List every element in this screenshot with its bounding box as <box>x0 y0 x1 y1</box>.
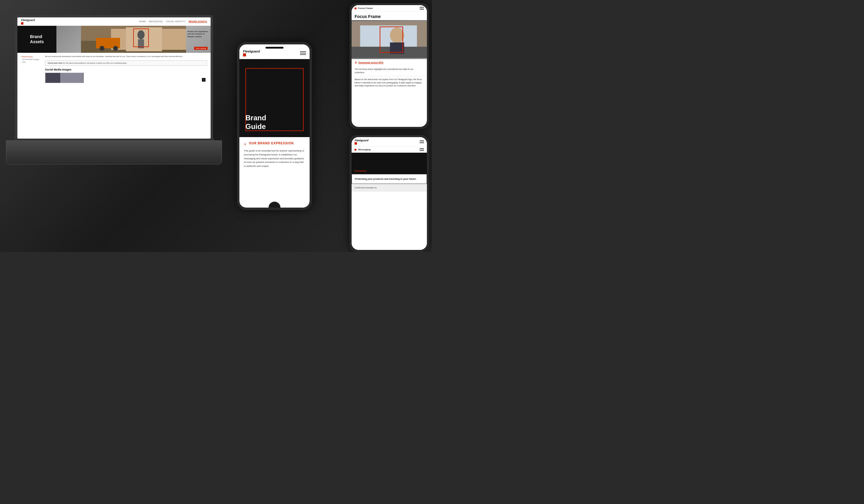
phone-right-top-download-text[interactable]: Download vector EPS <box>359 61 383 64</box>
nav-brand-assets[interactable]: BRAND ASSETS <box>189 21 207 23</box>
phone-right-top-nav-label: Focus Frame <box>358 7 373 10</box>
website-section-title: Social Media Images <box>45 68 207 71</box>
website-hero-image <box>56 26 211 53</box>
website-logo-square <box>21 22 23 25</box>
phone-right-top-status-left: Focus Frame <box>355 7 373 10</box>
phone-right-bottom-section-bar: Messaging <box>352 147 427 153</box>
phone-right-bottom-section-label: Messaging <box>358 148 371 151</box>
website-social-section: Fleetguard + <box>45 73 207 83</box>
phone-right-bottom-innovation-bar: Innovation <box>352 168 427 174</box>
phone-right-top-header-title: Focus Frame <box>355 14 424 19</box>
svg-point-4 <box>137 30 145 39</box>
phone-right-bottom-innovation-label: Innovation <box>355 169 424 172</box>
phone-center-logo-text: Fleetguard <box>243 50 260 53</box>
phone-right-top-content-image <box>352 20 427 59</box>
phone-right-top-image-svg <box>352 20 427 59</box>
phone-center-hamburger[interactable] <box>300 51 306 55</box>
phone-center-device: Fleetguard BrandGuide <box>237 42 312 210</box>
website-hero: BrandAssets <box>17 26 211 53</box>
phone-center-hero-title: BrandGuide <box>245 114 266 131</box>
phone-right-bottom-white-box: Protecting your products and investing i… <box>352 174 427 184</box>
phone-right-top-desc2: Based on the well-known red square from … <box>352 76 427 89</box>
nav-home[interactable]: HOME <box>139 21 146 23</box>
phone-right-top-download[interactable]: ⬇ Download vector EPS <box>352 59 427 66</box>
phone-right-bottom-logo-square <box>355 142 357 145</box>
phone-right-bottom-continued-text: Continued innovation to <box>355 186 424 189</box>
sidebar-ads[interactable]: ○ Ads <box>21 61 42 63</box>
phone-center-body-text: This guide is an essential tool for anyo… <box>244 149 305 168</box>
phone-right-bottom-body: Fleetguard Messaging <box>349 135 429 252</box>
phone-center-logo-square <box>243 53 246 56</box>
website-hero-ad-text: Protect your equipmentwith the certainty… <box>188 30 208 38</box>
phone-right-top-desc1-text: The red focus frame highlights the commi… <box>355 68 424 74</box>
phone-center-notch <box>265 47 284 49</box>
website-social-image: Fleetguard <box>45 73 84 83</box>
social-img-svg <box>45 73 84 83</box>
phone-right-top-screen: Focus Frame Focus Frame <box>352 5 427 127</box>
laptop-base <box>6 141 222 165</box>
website-hero-right: Protect your equipmentwith the certainty… <box>56 26 211 53</box>
website-callout: Check back often for the latest brand gu… <box>45 60 207 66</box>
phone-center-screen: Fleetguard BrandGuide <box>239 45 310 208</box>
phone-right-bottom-logo: Fleetguard <box>355 139 368 145</box>
website-logo: Fleetguard <box>21 19 35 25</box>
website-hero-title: BrandAssets <box>30 34 44 45</box>
website-body-text: We are continuously developing customiza… <box>45 55 207 58</box>
website-nav-links[interactable]: HOME MESSAGING VISUAL IDENTITY BRAND ASS… <box>139 21 207 23</box>
svg-rect-11 <box>46 73 60 83</box>
website-body: • Brand Assets ○ Social Media Images ○ A… <box>17 53 211 85</box>
phone-right-bottom-nav: Fleetguard <box>352 137 427 147</box>
phone-right-bottom-box-text: Protecting your products and investing i… <box>355 177 424 181</box>
phone-right-bottom-red-dot <box>355 149 357 151</box>
sidebar-social-media[interactable]: ○ Social Media Images <box>21 59 42 60</box>
phone-right-top-body: Focus Frame Focus Frame <box>349 3 429 129</box>
phone-center-section: + OUR BRAND EXPRESSION This guide is an … <box>239 137 310 173</box>
phone-right-bottom-section-hamburger[interactable] <box>420 148 424 151</box>
phone-right-bottom-continued: Continued innovation to <box>352 184 427 192</box>
phone-right-top-desc2-text: Based on the well-known red square from … <box>355 78 424 88</box>
laptop-screen-inner: Fleetguard HOME MESSAGING VISUAL IDENTIT… <box>17 17 211 139</box>
phone-right-bottom-hero <box>352 153 427 168</box>
phone-center-section-header: + OUR BRAND EXPRESSION <box>244 142 305 147</box>
website-hero-ad-btn[interactable]: Keep it going ▶ <box>194 47 208 50</box>
phone-right-top-header: Focus Frame <box>352 12 427 20</box>
phone-right-top-red-square <box>355 8 357 9</box>
phone-right-top-desc1: The red focus frame highlights the commi… <box>352 66 427 76</box>
website-nav: Fleetguard HOME MESSAGING VISUAL IDENTIT… <box>17 17 211 26</box>
website-plus-button[interactable]: + <box>202 78 205 82</box>
phone-right-bottom-section-bar-left: Messaging <box>355 148 371 151</box>
phone-right-top-device: Focus Frame Focus Frame <box>349 3 429 129</box>
website-logo-text: Fleetguard <box>21 19 35 25</box>
nav-visual-identity[interactable]: VISUAL IDENTITY <box>166 21 186 23</box>
phone-right-bottom-device: Fleetguard Messaging <box>349 135 429 252</box>
nav-messaging[interactable]: MESSAGING <box>149 21 163 23</box>
website-sidebar: • Brand Assets ○ Social Media Images ○ A… <box>21 55 42 83</box>
svg-rect-12 <box>60 73 83 83</box>
phone-center-logo: Fleetguard <box>243 50 260 56</box>
phone-center-hero: BrandGuide <box>239 59 310 137</box>
phone-right-bottom-screen: Fleetguard Messaging <box>352 137 427 250</box>
phone-right-top-hamburger[interactable] <box>420 7 424 10</box>
svg-point-9 <box>113 46 118 51</box>
phone-center-body: Fleetguard BrandGuide <box>237 42 312 210</box>
phone-center-section-title: OUR BRAND EXPRESSION <box>249 142 294 145</box>
phone-right-top-download-arrow: ⬇ <box>355 61 357 64</box>
scene: Fleetguard HOME MESSAGING VISUAL IDENTIT… <box>0 0 432 252</box>
svg-point-8 <box>99 46 104 51</box>
hero-svg <box>56 26 211 53</box>
website-hero-left: BrandAssets <box>17 26 56 53</box>
phone-right-top-status-bar: Focus Frame <box>352 5 427 12</box>
phone-right-bottom-hamburger[interactable] <box>420 141 424 143</box>
laptop-device: Fleetguard HOME MESSAGING VISUAL IDENTIT… <box>6 15 222 171</box>
laptop-screen: Fleetguard HOME MESSAGING VISUAL IDENTIT… <box>15 15 213 141</box>
phone-right-bottom-logo-text: Fleetguard <box>355 139 368 142</box>
phone-center-plus-icon: + <box>244 142 246 146</box>
website-main-content: We are continuously developing customiza… <box>45 55 207 83</box>
svg-point-62 <box>390 27 404 43</box>
sidebar-brand-assets[interactable]: • Brand Assets <box>21 56 42 58</box>
